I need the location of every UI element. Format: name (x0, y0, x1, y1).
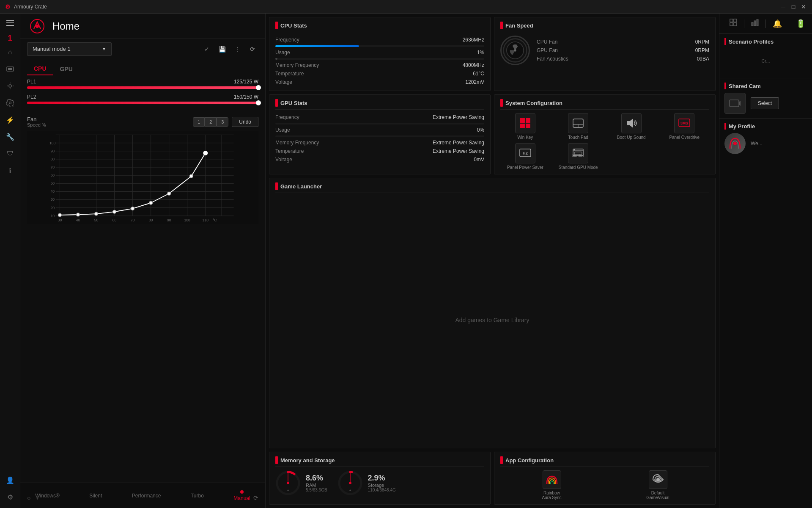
sysconfig-bootsound[interactable]: Boot Up Sound (606, 113, 656, 140)
paneloverdrive-label: Panel Overdrive (669, 135, 700, 140)
ram-info: 8.6% RAM 5.5/63.6GB (306, 474, 327, 492)
pl1-fill (27, 86, 258, 89)
user-icon[interactable]: 👤 (3, 472, 18, 488)
shared-cam-section-bar (724, 83, 726, 89)
gpu-stats-icon (275, 99, 278, 107)
cpu-fan-label: CPU Fan (537, 39, 557, 45)
cpu-temp-value: 61°C (473, 71, 484, 77)
gpu-usage-label: Usage (275, 127, 290, 133)
gamevisual-icon-box (649, 470, 667, 489)
hamburger-menu[interactable] (4, 17, 16, 29)
svg-text:50: 50 (94, 218, 99, 222)
ram-gauge-item: + 8.6% RAM 5.5/63.6GB (275, 470, 327, 496)
gpu-stats-card: GPU Stats Frequency Extreme Power Saving… (269, 94, 491, 174)
nav-boost-icon[interactable]: ⚡ (3, 112, 18, 127)
fan-chart-svg: 10 20 30 40 50 60 70 80 90 100 30 40 50 … (27, 131, 258, 224)
fan-preset-1[interactable]: 1 (193, 117, 205, 127)
svg-rect-98 (757, 19, 758, 26)
profile-avatar (724, 133, 746, 154)
gpu-usage-bar (275, 135, 484, 137)
mode-turbo[interactable]: Turbo (186, 489, 209, 502)
fan-acoustics-value: 0dBA (697, 56, 709, 62)
myprofile-section-bar (724, 123, 726, 130)
fan-controls: 1 2 3 Undo (193, 117, 258, 127)
grid-view-icon[interactable] (730, 19, 737, 28)
gpu-freq-label: Frequency (275, 114, 299, 120)
fan-preset-3[interactable]: 3 (217, 117, 228, 127)
refresh-icon[interactable]: ⟳ (247, 43, 258, 55)
undo-button[interactable]: Undo (232, 117, 258, 127)
sysconfig-gpumode[interactable]: Standard Standard GPU Mode (554, 143, 604, 170)
app-config-grid: RainbowAura Sync Def (500, 470, 709, 500)
pl2-thumb[interactable] (256, 100, 261, 105)
tab-gpu[interactable]: GPU (53, 63, 80, 75)
add-icon[interactable]: + (36, 494, 39, 501)
notification-icon[interactable]: 🔔 (773, 19, 782, 28)
add-games-text[interactable]: Add games to Game Library (455, 317, 529, 323)
storage-gauge: + (337, 470, 363, 496)
shared-cam-select-button[interactable]: Select (751, 97, 779, 109)
pl2-track[interactable] (27, 102, 258, 104)
svg-rect-66 (526, 124, 530, 128)
save-profile-icon[interactable]: ✓ (201, 43, 213, 55)
gamelauncher-icon (275, 182, 278, 190)
shared-cam-title: Shared Cam (729, 83, 761, 89)
dropdown-arrow-icon: ▼ (102, 47, 106, 51)
nav-settings-icon[interactable] (3, 95, 18, 110)
sysconfig-paneloverdrive[interactable]: 3MS Panel Overdrive (660, 113, 710, 140)
scenario-placeholder: Cr... (761, 58, 770, 64)
gamevisual-label: DefaultGameVisual (646, 491, 669, 500)
bootsound-icon-box (621, 113, 642, 133)
appconfig-rainbow[interactable]: RainbowAura Sync (500, 470, 603, 500)
pl1-thumb[interactable] (256, 85, 261, 90)
memstorage-icon (275, 456, 278, 464)
sysconfig-winkey[interactable]: Win Key (500, 113, 550, 140)
close-button[interactable]: ✕ (800, 3, 807, 10)
nav-shield-icon[interactable]: 🛡 (3, 146, 18, 161)
svg-point-58 (189, 174, 193, 178)
pl1-track[interactable] (27, 86, 258, 89)
sysconfig-panelpowersaver[interactable]: HZ Panel Power Saver (500, 143, 550, 170)
fan-stat-rows: CPU Fan 0RPM GPU Fan 0RPM Fan Acoustics … (537, 38, 709, 63)
chart-icon[interactable] (751, 19, 759, 28)
page-title: Home (52, 20, 80, 32)
fan-acoustics-row: Fan Acoustics 0dBA (537, 55, 709, 63)
global-settings-icon[interactable]: ⚙ (3, 489, 18, 505)
circle-icon[interactable]: ○ (27, 494, 30, 501)
ram-gauge: + (275, 470, 301, 496)
mode-performance[interactable]: Performance (127, 489, 166, 502)
app-container: 1 ⌂ ⚡ 🔧 🛡 ℹ 👤 (0, 14, 812, 508)
minimize-button[interactable]: ─ (780, 3, 787, 10)
gpu-freq-bar (275, 123, 484, 124)
nav-tools-icon[interactable]: 🔧 (3, 129, 18, 144)
bootsound-label: Boot Up Sound (617, 135, 646, 140)
fan-preset-2[interactable]: 2 (205, 117, 217, 127)
gpumode-label: Standard GPU Mode (559, 165, 598, 170)
shared-cam-content: Select (724, 93, 807, 114)
sysconfig-touchpad[interactable]: Touch Pad (554, 113, 604, 140)
reset-icon[interactable]: ⟳ (253, 494, 258, 501)
myprofile-title: My Profile (729, 123, 755, 130)
svg-text:°C: °C (213, 218, 217, 222)
profile-dropdown[interactable]: Manual mode 1 ▼ (27, 42, 112, 56)
app-title: Armoury Crate (14, 4, 47, 10)
nav-lighting-icon[interactable] (3, 78, 18, 94)
more-options-icon[interactable]: ⋮ (231, 43, 243, 55)
nav-devices-icon[interactable] (3, 61, 18, 77)
tab-cpu[interactable]: CPU (27, 63, 53, 75)
nav-info-icon[interactable]: ℹ (3, 163, 18, 178)
battery-icon[interactable]: 🔋 (796, 19, 805, 28)
svg-text:20: 20 (50, 206, 55, 210)
appconfig-gamevisual[interactable]: DefaultGameVisual (606, 470, 709, 500)
export-icon[interactable]: 💾 (216, 43, 228, 55)
restore-button[interactable]: □ (790, 3, 797, 10)
mode-silent[interactable]: Silent (84, 489, 107, 502)
storage-pct: 2.9% (368, 474, 396, 483)
nav-home-icon[interactable]: ⌂ (3, 44, 18, 60)
cpu-usage-bar (275, 58, 484, 60)
svg-rect-99 (730, 100, 739, 107)
cpu-freq-bar (275, 45, 484, 47)
svg-text:30: 30 (50, 197, 55, 202)
mode-manual[interactable]: Manual (228, 487, 255, 505)
sliders-area: PL1 125/125 W PL2 150/150 W (20, 75, 265, 113)
